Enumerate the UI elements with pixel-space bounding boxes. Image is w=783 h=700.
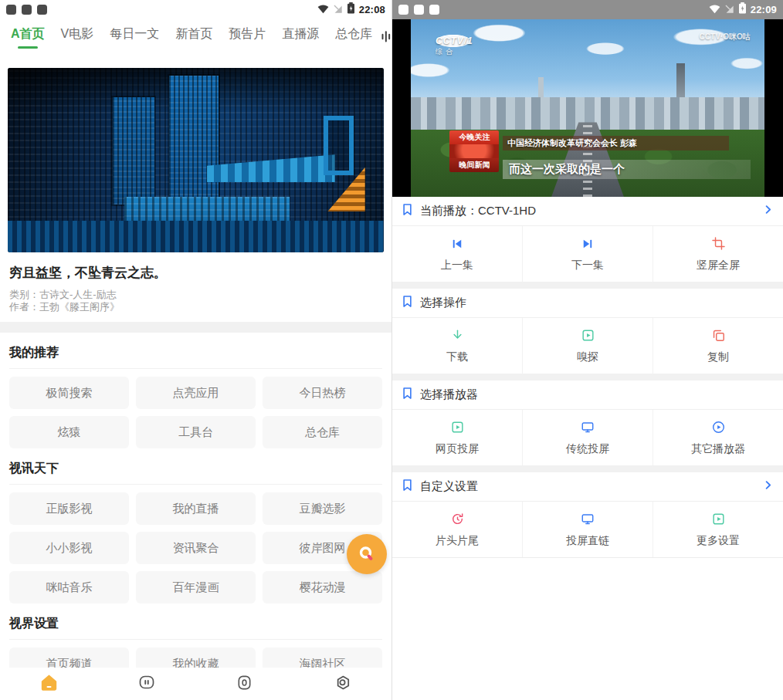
left-status-bar: 22:08 xyxy=(0,0,392,19)
grid-button-点亮应用[interactable]: 点亮应用 xyxy=(136,377,256,409)
action-button-嗅探[interactable]: 嗅探 xyxy=(522,318,652,374)
action-label: 嗅探 xyxy=(577,350,598,364)
action-label: 更多设置 xyxy=(697,534,740,548)
tab-预告片[interactable]: 预告片 xyxy=(229,22,266,50)
grid-button-资讯聚合[interactable]: 资讯聚合 xyxy=(136,532,256,564)
daily-article[interactable]: 穷且益坚，不坠青云之志。 类别：古诗文-人生-励志 作者：王勃《滕王阁序》 xyxy=(0,264,392,313)
panel-gap xyxy=(392,465,783,472)
shortcut-grid: 正版影视我的直播豆瓣选影小小影视资讯聚合彼岸图网咪咕音乐百年漫画樱花动漫 xyxy=(9,484,382,604)
grid-button-小小影视[interactable]: 小小影视 xyxy=(9,532,129,564)
monitor-icon xyxy=(580,512,595,527)
monitor-icon xyxy=(580,420,595,435)
tab-每日一文[interactable]: 每日一文 xyxy=(110,22,159,50)
tab-label: A首页 xyxy=(11,27,45,40)
action-button-复制[interactable]: 复制 xyxy=(652,318,783,374)
action-button-传统投屏[interactable]: 传统投屏 xyxy=(522,410,652,465)
grid-button-豆瓣选影[interactable]: 豆瓣选影 xyxy=(263,492,382,525)
action-label: 竖屏全屏 xyxy=(697,259,740,272)
tab-A首页[interactable]: A首页 xyxy=(11,22,45,50)
action-button-竖屏全屏[interactable]: 竖屏全屏 xyxy=(652,226,783,282)
panel-header[interactable]: 选择操作 xyxy=(392,289,783,318)
panel-header-label: 当前播放：CCTV-1HD xyxy=(420,204,755,218)
action-button-网页投屏[interactable]: 网页投屏 xyxy=(392,410,522,465)
panel-header[interactable]: 当前播放：CCTV-1HD xyxy=(392,197,783,226)
notification-icon xyxy=(37,5,47,15)
tab-V电影[interactable]: V电影 xyxy=(61,22,94,50)
grid-button-工具台[interactable]: 工具台 xyxy=(136,416,256,448)
wifi-icon xyxy=(709,3,720,17)
tab-label: 新首页 xyxy=(175,27,212,40)
tab-label: 直播源 xyxy=(282,27,319,40)
section-title: 视界设置 xyxy=(9,616,382,632)
news-globe-icon xyxy=(449,144,499,158)
crop-icon xyxy=(711,236,726,252)
grid-button-炫猿[interactable]: 炫猿 xyxy=(9,416,129,448)
watermark-text: CCTV·O咪O咕 xyxy=(700,32,751,42)
action-label: 片头片尾 xyxy=(436,534,479,548)
action-label: 复制 xyxy=(707,350,729,364)
action-button-上一集[interactable]: 上一集 xyxy=(392,226,522,282)
grid-button-今日热榜[interactable]: 今日热榜 xyxy=(263,377,382,409)
action-button-更多设置[interactable]: 更多设置 xyxy=(652,502,783,557)
panel-header-label: 选择操作 xyxy=(420,296,755,310)
panel-选择播放器: 选择播放器 网页投屏 传统投屏 其它播放器 xyxy=(392,380,783,465)
panel-buttons: 片头片尾 投屏直链 更多设置 xyxy=(392,502,783,557)
action-button-下一集[interactable]: 下一集 xyxy=(522,226,652,282)
panel-选择操作: 选择操作 下载 嗅探 复制 xyxy=(392,289,783,374)
tab-直播源[interactable]: 直播源 xyxy=(282,22,319,50)
bookmark-icon xyxy=(402,387,413,403)
panel-header[interactable]: 选择播放器 xyxy=(392,380,783,410)
article-author: 作者：王勃《滕王阁序》 xyxy=(9,301,382,313)
notification-icon xyxy=(414,5,424,15)
tab-总仓库[interactable]: 总仓库 xyxy=(335,22,372,50)
video-player[interactable]: CCTV/1 综合 CCTV·O咪O咕 今晚关注 晚间新闻 中国经济体制改革研究… xyxy=(392,19,783,197)
action-button-其它播放器[interactable]: 其它播放器 xyxy=(652,410,783,465)
search-fab[interactable] xyxy=(347,534,387,574)
section-title: 我的推荐 xyxy=(9,345,382,361)
dual-screenshot: 22:08 A首页V电影每日一文新首页预告片直播源总仓库 穷且益坚，不坠青云之志… xyxy=(0,0,783,700)
nav-settings[interactable] xyxy=(293,673,392,695)
nav-downloads[interactable] xyxy=(196,674,294,695)
home-icon xyxy=(39,673,59,695)
refresh-clock-icon xyxy=(450,512,465,527)
section-divider xyxy=(0,322,392,333)
action-button-片头片尾[interactable]: 片头片尾 xyxy=(392,502,522,557)
grid-button-樱花动漫[interactable]: 樱花动漫 xyxy=(263,571,382,604)
skip-next-icon xyxy=(581,236,595,252)
grid-button-极简搜索[interactable]: 极简搜索 xyxy=(9,377,129,409)
pause-square-icon xyxy=(137,673,156,695)
grid-button-咪咕音乐[interactable]: 咪咕音乐 xyxy=(9,571,129,604)
panel-buttons: 下载 嗅探 复制 xyxy=(392,318,783,374)
panel-header[interactable]: 自定义设置 xyxy=(392,472,783,502)
search-icon xyxy=(361,548,371,559)
nav-home[interactable] xyxy=(0,673,98,695)
nav-video[interactable] xyxy=(98,673,196,695)
tab-新首页[interactable]: 新首页 xyxy=(175,22,212,50)
hero-image-anechoic-chamber[interactable] xyxy=(8,68,384,252)
bookmark-icon xyxy=(402,295,413,311)
bookmark-icon xyxy=(402,203,413,219)
action-panels: 当前播放：CCTV-1HD 上一集 下一集 竖屏全屏 选择操作 下载 嗅探 xyxy=(392,197,783,558)
grid-button-总仓库[interactable]: 总仓库 xyxy=(263,416,382,448)
grid-button-百年漫画[interactable]: 百年漫画 xyxy=(136,571,256,604)
clock-text: 22:09 xyxy=(751,4,777,15)
news-subtitle: 而这一次采取的是一个 xyxy=(503,160,751,179)
grid-button-正版影视[interactable]: 正版影视 xyxy=(9,492,129,525)
bookmark-icon xyxy=(402,479,413,495)
right-screen: 22:09 CCTV/1 综合 CCTV·O咪O咕 今晚关注 晚间新闻 xyxy=(392,0,783,700)
action-label: 下一集 xyxy=(571,259,604,272)
grid-button-我的直播[interactable]: 我的直播 xyxy=(136,492,256,525)
equalizer-icon[interactable] xyxy=(380,29,392,44)
play-square-icon xyxy=(450,420,465,435)
action-button-下载[interactable]: 下载 xyxy=(392,318,522,374)
copy-icon xyxy=(711,328,726,343)
article-category: 类别：古诗文-人生-励志 xyxy=(9,289,382,301)
section-我的推荐: 我的推荐 极简搜索点亮应用今日热榜炫猿工具台总仓库 xyxy=(9,345,382,448)
wifi-icon xyxy=(317,3,329,17)
skip-previous-icon xyxy=(450,236,464,252)
tab-bar: A首页V电影每日一文新首页预告片直播源总仓库 xyxy=(0,19,392,52)
action-button-投屏直链[interactable]: 投屏直链 xyxy=(522,502,652,557)
action-label: 上一集 xyxy=(441,259,473,272)
no-signal-icon xyxy=(333,3,343,17)
action-label: 网页投屏 xyxy=(436,442,479,456)
